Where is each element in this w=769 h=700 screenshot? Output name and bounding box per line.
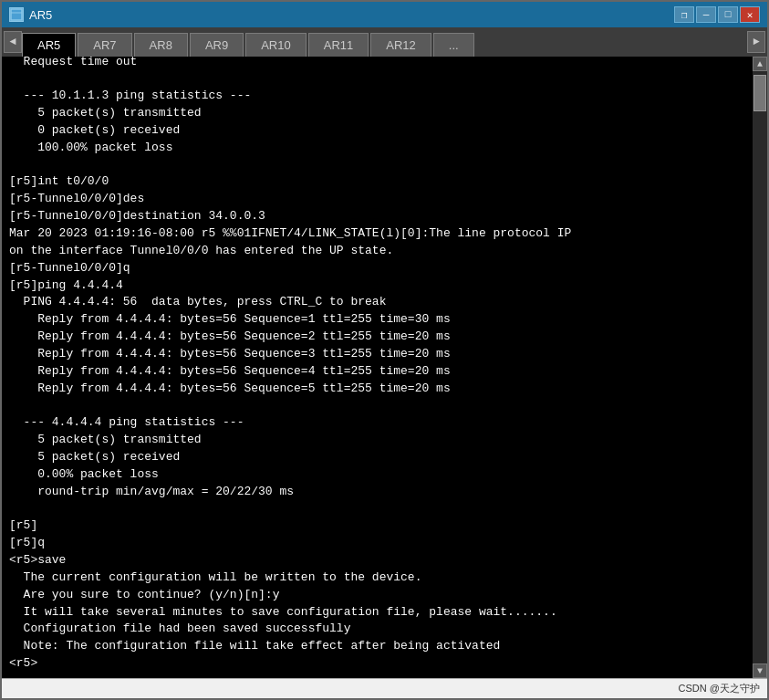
tab-ar9[interactable]: AR9 <box>190 33 244 57</box>
status-text: CSDN @天之守护 <box>679 682 760 695</box>
scrollbar-up[interactable]: ▲ <box>753 57 767 71</box>
tab-nav-right[interactable]: ► <box>747 31 765 53</box>
tab-ar5[interactable]: AR5 <box>22 33 76 57</box>
tab-ar10[interactable]: AR10 <box>245 33 307 57</box>
window-controls: ❐ — □ ✕ <box>674 6 760 23</box>
minimize-button[interactable]: — <box>696 6 716 23</box>
title-bar: AR5 ❐ — □ ✕ <box>2 2 767 27</box>
svg-rect-0 <box>11 9 22 20</box>
tabs-container: AR5 AR7 AR8 AR9 AR10 AR11 AR12 ... <box>22 27 747 57</box>
window-title: AR5 <box>29 8 52 22</box>
status-bar: CSDN @天之守护 <box>2 678 767 698</box>
tab-ar12[interactable]: AR12 <box>370 33 431 57</box>
close-button[interactable]: ✕ <box>740 6 760 23</box>
tab-ar8[interactable]: AR8 <box>134 33 188 57</box>
app-icon <box>9 7 24 22</box>
title-bar-left: AR5 <box>9 7 52 22</box>
terminal-output[interactable]: Request time out Request time out Reques… <box>2 57 753 678</box>
scrollbar-thumb[interactable] <box>753 75 766 111</box>
main-window: AR5 ❐ — □ ✕ ◄ AR5 AR7 AR8 AR9 AR10 AR11 … <box>0 0 769 700</box>
restore-button[interactable]: ❐ <box>674 6 694 23</box>
maximize-button[interactable]: □ <box>718 6 738 23</box>
tab-bar: ◄ AR5 AR7 AR8 AR9 AR10 AR11 AR12 ... ► <box>2 27 767 57</box>
tab-ar11[interactable]: AR11 <box>308 33 369 57</box>
scrollbar: ▲ ▼ <box>753 57 767 678</box>
tab-more[interactable]: ... <box>433 33 474 57</box>
terminal-wrapper: Request time out Request time out Reques… <box>2 57 767 678</box>
scrollbar-track[interactable] <box>753 71 767 663</box>
tab-ar7[interactable]: AR7 <box>78 33 131 57</box>
scrollbar-down[interactable]: ▼ <box>753 663 767 678</box>
tab-nav-left[interactable]: ◄ <box>4 31 22 53</box>
